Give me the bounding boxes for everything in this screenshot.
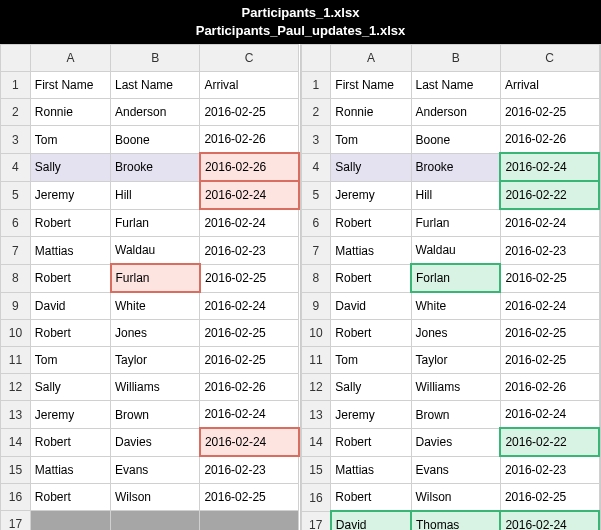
cell[interactable]: Anderson <box>411 99 500 126</box>
row-header[interactable]: 9 <box>301 292 331 320</box>
cell[interactable]: Jones <box>411 320 500 347</box>
cell[interactable]: Davies <box>411 428 500 456</box>
col-header-C[interactable]: C <box>500 45 599 72</box>
cell[interactable]: Boone <box>411 126 500 154</box>
cell[interactable]: Hill <box>411 181 500 209</box>
cell[interactable]: 2016-02-26 <box>200 153 299 181</box>
cell[interactable]: 2016-02-24 <box>200 209 299 237</box>
cell[interactable]: 2016-02-25 <box>200 347 299 374</box>
cell[interactable]: 2016-02-23 <box>500 456 599 484</box>
cell[interactable]: Robert <box>331 209 411 237</box>
row-header[interactable]: 15 <box>1 456 31 484</box>
cell[interactable]: Robert <box>30 428 110 456</box>
cell[interactable]: 2016-02-24 <box>500 209 599 237</box>
cell[interactable]: Sally <box>30 153 110 181</box>
cell[interactable]: 2016-02-24 <box>500 511 599 530</box>
cell[interactable]: 2016-02-24 <box>200 181 299 209</box>
cell[interactable]: 2016-02-23 <box>500 237 599 265</box>
cell[interactable]: 2016-02-22 <box>500 181 599 209</box>
cell[interactable]: Sally <box>30 374 110 401</box>
row-header[interactable]: 5 <box>301 181 331 209</box>
cell[interactable]: Ronnie <box>30 99 110 126</box>
row-header[interactable]: 7 <box>1 237 31 265</box>
row-header[interactable]: 16 <box>301 484 331 512</box>
row-header[interactable]: 10 <box>301 320 331 347</box>
row-header[interactable]: 9 <box>1 292 31 320</box>
cell[interactable]: Taylor <box>411 347 500 374</box>
row-header[interactable]: 17 <box>1 511 31 530</box>
row-header[interactable]: 2 <box>301 99 331 126</box>
cell[interactable]: Taylor <box>111 347 200 374</box>
cell[interactable]: 2016-02-26 <box>200 126 299 154</box>
cell[interactable]: Tom <box>331 347 411 374</box>
cell[interactable]: 2016-02-25 <box>200 320 299 347</box>
cell[interactable]: Williams <box>411 374 500 401</box>
cell[interactable]: 2016-02-22 <box>500 428 599 456</box>
cell[interactable] <box>30 511 110 530</box>
cell[interactable]: 2016-02-23 <box>200 237 299 265</box>
row-header[interactable]: 6 <box>301 209 331 237</box>
cell[interactable]: Robert <box>30 264 110 292</box>
cell[interactable]: 2016-02-25 <box>500 320 599 347</box>
cell[interactable]: 2016-02-25 <box>500 99 599 126</box>
cell[interactable]: 2016-02-23 <box>200 456 299 484</box>
cell[interactable]: 2016-02-26 <box>500 374 599 401</box>
cell[interactable]: Waldau <box>111 237 200 265</box>
cell[interactable]: First Name <box>331 72 411 99</box>
cell[interactable]: Jeremy <box>30 181 110 209</box>
cell[interactable]: Sally <box>331 153 411 181</box>
cell[interactable]: 2016-02-24 <box>200 292 299 320</box>
cell[interactable]: 2016-02-24 <box>500 401 599 429</box>
cell[interactable]: Jeremy <box>30 401 110 429</box>
row-header[interactable]: 14 <box>1 428 31 456</box>
cell[interactable]: 2016-02-25 <box>500 347 599 374</box>
cell[interactable]: Jeremy <box>331 181 411 209</box>
row-header[interactable]: 6 <box>1 209 31 237</box>
cell[interactable]: Brooke <box>411 153 500 181</box>
cell[interactable]: Boone <box>111 126 200 154</box>
col-header-A[interactable]: A <box>30 45 110 72</box>
row-header[interactable]: 8 <box>301 264 331 292</box>
row-header[interactable]: 11 <box>1 347 31 374</box>
cell[interactable]: Mattias <box>331 456 411 484</box>
row-header[interactable]: 1 <box>301 72 331 99</box>
cell[interactable]: Waldau <box>411 237 500 265</box>
cell[interactable]: Brooke <box>111 153 200 181</box>
cell[interactable]: 2016-02-26 <box>200 374 299 401</box>
cell[interactable] <box>200 511 299 530</box>
cell[interactable]: 2016-02-24 <box>200 401 299 429</box>
cell[interactable]: Robert <box>331 428 411 456</box>
cell[interactable]: Brown <box>111 401 200 429</box>
cell[interactable]: Evans <box>411 456 500 484</box>
row-header[interactable]: 7 <box>301 237 331 265</box>
row-header[interactable]: 4 <box>301 153 331 181</box>
cell[interactable]: Robert <box>331 320 411 347</box>
cell[interactable]: Ronnie <box>331 99 411 126</box>
cell[interactable]: Robert <box>30 484 110 511</box>
cell[interactable]: Last Name <box>111 72 200 99</box>
row-header[interactable]: 13 <box>1 401 31 429</box>
cell[interactable]: Furlan <box>111 209 200 237</box>
cell[interactable]: Brown <box>411 401 500 429</box>
cell[interactable]: Tom <box>331 126 411 154</box>
row-header[interactable]: 5 <box>1 181 31 209</box>
cell[interactable]: 2016-02-25 <box>500 484 599 512</box>
cell[interactable]: Robert <box>30 209 110 237</box>
cell[interactable]: 2016-02-25 <box>200 264 299 292</box>
col-header-B[interactable]: B <box>411 45 500 72</box>
cell[interactable]: Wilson <box>411 484 500 512</box>
row-header[interactable]: 4 <box>1 153 31 181</box>
cell[interactable]: Tom <box>30 126 110 154</box>
cell[interactable]: Davies <box>111 428 200 456</box>
cell[interactable]: Mattias <box>331 237 411 265</box>
cell[interactable]: Tom <box>30 347 110 374</box>
cell[interactable]: 2016-02-24 <box>200 428 299 456</box>
cell[interactable]: 2016-02-26 <box>500 126 599 154</box>
row-header[interactable]: 16 <box>1 484 31 511</box>
cell[interactable]: White <box>411 292 500 320</box>
cell[interactable]: Sally <box>331 374 411 401</box>
cell[interactable]: Arrival <box>500 72 599 99</box>
row-header[interactable]: 3 <box>301 126 331 154</box>
cell[interactable]: Mattias <box>30 456 110 484</box>
row-header[interactable]: 12 <box>301 374 331 401</box>
